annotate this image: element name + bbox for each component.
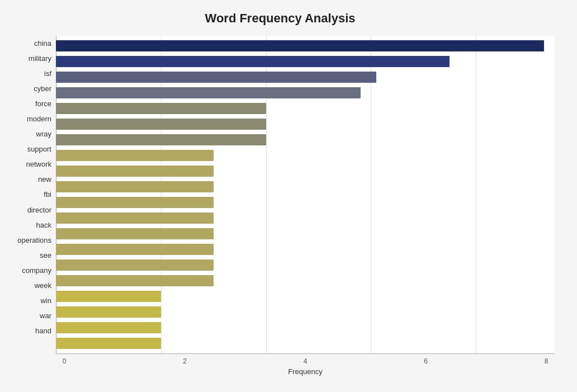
bar	[56, 87, 361, 98]
y-label: support	[27, 141, 51, 157]
bar	[56, 291, 161, 302]
bar-row	[56, 132, 555, 148]
y-label: military	[29, 51, 51, 66]
bar-row	[56, 226, 555, 242]
bar	[56, 197, 214, 208]
bar-row	[56, 38, 555, 54]
x-tick: 8	[538, 357, 555, 365]
y-label: operations	[17, 233, 51, 248]
x-axis-label: Frequency	[56, 367, 555, 376]
bar	[56, 119, 266, 130]
bar	[56, 56, 450, 67]
bar-row	[56, 195, 555, 210]
bar-row	[56, 289, 555, 304]
bar	[56, 181, 214, 192]
y-label: hand	[35, 323, 51, 338]
x-tick: 6	[418, 357, 434, 365]
y-label: network	[26, 157, 51, 172]
bar-row	[56, 257, 555, 273]
y-label: director	[27, 202, 51, 218]
bar-row	[56, 210, 555, 226]
y-label: win	[40, 293, 51, 308]
bar-row	[56, 101, 555, 116]
bar	[56, 306, 161, 318]
x-tick: 0	[56, 357, 73, 365]
x-tick: 2	[177, 357, 193, 365]
y-labels: chinamilitaryisfcyberforcemodernwraysupp…	[6, 36, 56, 338]
bar	[56, 166, 214, 177]
bar	[56, 150, 214, 161]
y-label: wray	[36, 126, 51, 141]
bar-row	[56, 273, 555, 289]
bar-row	[56, 69, 555, 85]
y-label: isf	[44, 66, 51, 81]
chart-container: Word Frequency Analysis chinamilitaryisf…	[0, 0, 577, 392]
bar-row	[56, 85, 555, 101]
bar-row	[56, 163, 555, 179]
bar	[56, 275, 214, 286]
y-label: force	[35, 96, 51, 111]
bar	[56, 134, 266, 145]
y-label: hack	[36, 218, 51, 233]
y-label: war	[40, 308, 51, 323]
y-label: modern	[27, 111, 51, 126]
bar	[56, 212, 214, 224]
bar-row	[56, 304, 555, 320]
chart-title: Word Frequency Analysis	[6, 11, 555, 26]
bar	[56, 72, 376, 83]
bar	[56, 322, 161, 333]
y-label: cyber	[34, 81, 51, 96]
bar-row	[56, 54, 555, 69]
bar-row	[56, 336, 555, 351]
bar-row	[56, 179, 555, 195]
bar-row	[56, 148, 555, 163]
bars-and-x: 02468 Frequency	[56, 36, 555, 338]
bar-row	[56, 242, 555, 257]
bar	[56, 103, 266, 114]
bar	[56, 40, 544, 51]
x-axis: 02468	[56, 354, 555, 365]
bar	[56, 259, 214, 271]
y-label: fbi	[44, 187, 51, 202]
bars-panel	[56, 36, 555, 353]
y-label: china	[34, 36, 51, 51]
y-label: week	[35, 278, 51, 293]
chart-area: chinamilitaryisfcyberforcemodernwraysupp…	[6, 36, 555, 338]
y-label: new	[38, 172, 51, 187]
bar	[56, 228, 214, 239]
bar	[56, 338, 161, 349]
y-label: see	[40, 248, 51, 263]
bar-row	[56, 320, 555, 336]
bar	[56, 244, 214, 255]
bar-row	[56, 116, 555, 132]
x-tick: 4	[297, 357, 314, 365]
y-label: company	[22, 263, 51, 278]
